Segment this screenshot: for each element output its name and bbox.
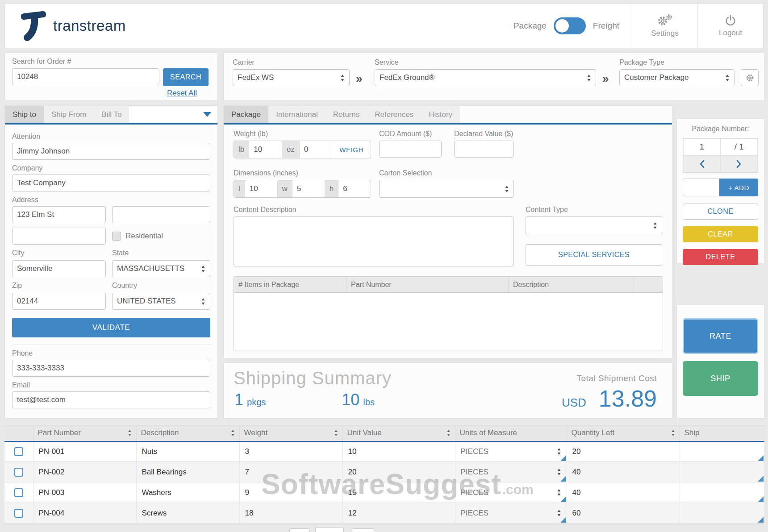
tab-references[interactable]: References bbox=[367, 106, 421, 123]
tab-bill-to[interactable]: Bill To bbox=[94, 106, 129, 123]
lbs-count: 10 bbox=[342, 391, 359, 409]
city-label: City bbox=[12, 249, 106, 257]
weight-oz-field[interactable]: 0 bbox=[300, 141, 332, 158]
uom-cell[interactable]: PIECES bbox=[455, 462, 567, 482]
uom-cell[interactable]: PIECES bbox=[455, 482, 567, 503]
editable-corner-icon bbox=[758, 476, 764, 482]
content-type-select[interactable] bbox=[526, 216, 662, 234]
select-spinner-icon bbox=[557, 510, 561, 516]
clear-button[interactable]: CLEAR bbox=[683, 226, 758, 242]
content-description-field[interactable] bbox=[234, 216, 514, 266]
quantity-left-cell[interactable]: 60 bbox=[567, 503, 680, 524]
order-search-input[interactable] bbox=[12, 68, 159, 85]
quantity-left-cell[interactable]: 20 bbox=[567, 441, 680, 462]
service-select[interactable]: FedEx Ground® bbox=[375, 69, 596, 86]
logout-button[interactable]: Logout bbox=[698, 4, 763, 48]
sort-icon bbox=[231, 430, 235, 436]
caret-down-icon bbox=[203, 112, 211, 117]
weigh-button[interactable]: WEIGH bbox=[332, 141, 371, 158]
city-field[interactable] bbox=[12, 260, 106, 277]
quantity-left-cell[interactable]: 40 bbox=[567, 462, 680, 482]
pagination-button[interactable] bbox=[315, 527, 344, 532]
residential-checkbox[interactable] bbox=[112, 232, 121, 241]
row-select-checkbox[interactable] bbox=[14, 447, 23, 456]
uom-cell[interactable]: PIECES bbox=[455, 441, 567, 462]
rate-button[interactable]: RATE bbox=[683, 318, 758, 354]
total-cost-label: Total Shipment Cost bbox=[576, 374, 657, 383]
address-book-select[interactable] bbox=[129, 106, 217, 123]
weight-label: Weight (lb) bbox=[234, 130, 268, 138]
previous-package-button[interactable] bbox=[683, 155, 721, 172]
attention-field[interactable] bbox=[12, 143, 210, 160]
carrier-service-card: Carrier FedEx WS » Service FedEx Ground®… bbox=[223, 53, 764, 101]
quantity-left-cell[interactable]: 40 bbox=[567, 482, 680, 503]
ship-cell[interactable] bbox=[680, 482, 764, 503]
uom-cell[interactable]: PIECES bbox=[455, 503, 567, 524]
select-spinner-icon bbox=[587, 75, 591, 81]
tab-ship-from[interactable]: Ship From bbox=[44, 106, 94, 123]
order-items-table: Part Number Description Weight Unit Valu… bbox=[4, 425, 764, 524]
state-select[interactable]: MASSACHUSETTS bbox=[112, 260, 210, 277]
row-select-checkbox[interactable] bbox=[14, 509, 23, 518]
row-select-checkbox[interactable] bbox=[14, 488, 23, 497]
sort-icon bbox=[447, 430, 451, 436]
add-package-button[interactable]: + ADD bbox=[719, 179, 758, 196]
tab-ship-to[interactable]: Ship to bbox=[5, 106, 44, 123]
col-quantity-left[interactable]: Quantity Left bbox=[567, 425, 680, 441]
address-line1-field[interactable] bbox=[12, 206, 106, 223]
carrier-select[interactable]: FedEx WS bbox=[233, 69, 350, 86]
company-field[interactable] bbox=[12, 175, 210, 191]
col-unit-value[interactable]: Unit Value bbox=[342, 425, 455, 441]
address-line3-field[interactable] bbox=[12, 228, 106, 245]
editable-corner-icon bbox=[560, 455, 566, 461]
phone-field[interactable] bbox=[12, 360, 210, 377]
validate-button[interactable]: VALIDATE bbox=[12, 318, 210, 337]
pagination-button[interactable] bbox=[289, 528, 310, 532]
sort-icon bbox=[128, 430, 132, 436]
col-part-number[interactable]: Part Number bbox=[33, 425, 136, 441]
declared-value-field[interactable] bbox=[454, 141, 514, 158]
part-number-cell: PN-001 bbox=[33, 441, 136, 462]
special-services-button[interactable]: SPECIAL SERVICES bbox=[526, 244, 662, 266]
clone-button[interactable]: CLONE bbox=[683, 204, 758, 220]
ship-cell[interactable] bbox=[680, 462, 764, 482]
pagination-button[interactable] bbox=[352, 528, 374, 532]
zip-field[interactable] bbox=[12, 293, 106, 310]
next-package-button[interactable] bbox=[721, 155, 758, 172]
unit-value-cell: 12 bbox=[342, 503, 455, 524]
ship-cell[interactable] bbox=[680, 441, 764, 462]
select-spinner-icon bbox=[557, 448, 561, 455]
country-select[interactable]: UNITED STATES bbox=[112, 293, 210, 310]
search-button[interactable]: SEARCH bbox=[163, 68, 209, 86]
settings-button[interactable]: Settings bbox=[632, 4, 697, 48]
ship-cell[interactable] bbox=[680, 503, 764, 524]
add-package-count-field[interactable] bbox=[683, 179, 719, 196]
package-type-settings-button[interactable] bbox=[741, 69, 759, 86]
height-field[interactable]: 6 bbox=[338, 180, 371, 197]
address-line2-field[interactable] bbox=[112, 206, 210, 223]
width-field[interactable]: 5 bbox=[292, 180, 325, 197]
length-field[interactable]: 10 bbox=[245, 180, 278, 197]
reset-all-link[interactable]: Reset All bbox=[12, 89, 197, 98]
table-row: PN-004 Screws 18 12 PIECES 60 bbox=[4, 503, 764, 524]
carton-selection-select[interactable] bbox=[379, 180, 514, 198]
col-description[interactable]: Description bbox=[136, 425, 239, 441]
tab-returns[interactable]: Returns bbox=[326, 106, 367, 123]
tab-package[interactable]: Package bbox=[224, 106, 268, 123]
company-label: Company bbox=[12, 164, 210, 172]
delete-button[interactable]: DELETE bbox=[683, 249, 758, 265]
chevron-right-icon bbox=[736, 160, 742, 168]
col-weight[interactable]: Weight bbox=[239, 425, 342, 441]
height-prefix: h bbox=[325, 180, 338, 197]
row-select-checkbox[interactable] bbox=[14, 468, 23, 477]
package-freight-toggle[interactable] bbox=[554, 17, 586, 34]
ship-button[interactable]: SHIP bbox=[683, 361, 758, 396]
email-field[interactable] bbox=[12, 391, 210, 408]
select-spinner-icon bbox=[557, 489, 561, 496]
cod-amount-field[interactable] bbox=[379, 141, 442, 158]
weight-lb-field[interactable]: 10 bbox=[249, 141, 282, 158]
tab-history[interactable]: History bbox=[421, 106, 460, 123]
toggle-knob bbox=[555, 19, 569, 33]
package-type-select[interactable]: Customer Package bbox=[619, 69, 735, 86]
tab-international[interactable]: International bbox=[268, 106, 326, 123]
